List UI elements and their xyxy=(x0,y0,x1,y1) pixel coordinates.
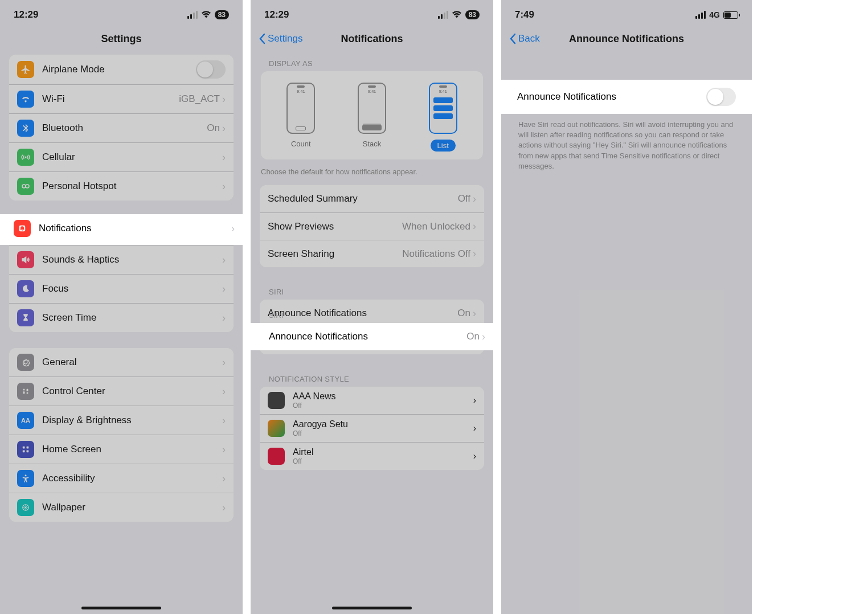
wifi-settings-icon xyxy=(17,91,34,108)
nav-bar: Settings Notifications xyxy=(251,26,493,51)
announce-toggle-highlight[interactable] xyxy=(706,88,736,106)
cellular-signal-icon xyxy=(438,11,448,19)
chevron-right-icon: › xyxy=(482,331,485,343)
chevron-right-icon: › xyxy=(473,193,476,205)
row-controlcenter[interactable]: Control Center › xyxy=(9,376,234,406)
group-display-settings: Scheduled SummaryOff› Show PreviewsWhen … xyxy=(260,185,484,267)
chevron-right-icon: › xyxy=(222,152,226,163)
notifications-icon xyxy=(14,220,31,237)
row-wifi[interactable]: Wi-Fi iGB_ACT › xyxy=(9,84,234,113)
svg-rect-10 xyxy=(27,451,29,453)
row-announce-highlight[interactable]: Announce Notifications On › xyxy=(251,323,493,350)
cellular-signal-icon xyxy=(187,11,198,19)
back-button[interactable]: Settings xyxy=(259,26,302,51)
app-row[interactable]: Aarogya SetuOff› xyxy=(260,414,484,442)
panel-settings: 12:29 83 Settings Airplane Mode Wi-Fi iG… xyxy=(0,0,251,614)
airplane-toggle[interactable] xyxy=(196,60,226,79)
row-screenshare[interactable]: Screen SharingNotifications Off› xyxy=(260,240,484,267)
chevron-right-icon: › xyxy=(222,415,226,427)
status-bar: 12:29 83 xyxy=(251,0,493,26)
chevron-right-icon: › xyxy=(473,451,476,461)
network-type: 4G xyxy=(709,10,720,19)
header-style: NOTIFICATION STYLE xyxy=(251,370,493,387)
chevron-right-icon: › xyxy=(222,502,226,514)
svg-rect-4 xyxy=(23,391,25,394)
status-time: 7:49 xyxy=(515,9,534,21)
status-bar: 7:49 4G xyxy=(501,0,752,26)
group-connectivity: Airplane Mode Wi-Fi iGB_ACT › Bluetooth … xyxy=(9,55,234,200)
chevron-right-icon: › xyxy=(473,248,476,260)
homescreen-icon xyxy=(17,441,34,458)
wifi-icon xyxy=(201,11,211,19)
screentime-icon xyxy=(17,309,34,326)
chevron-left-icon xyxy=(509,33,516,44)
back-button[interactable]: Back xyxy=(509,26,540,51)
chevron-right-icon: › xyxy=(222,283,226,295)
focus-icon xyxy=(17,280,34,297)
chevron-right-icon: › xyxy=(222,357,226,369)
status-bar: 12:29 83 xyxy=(0,0,243,26)
row-notifications-highlight[interactable]: Notifications › xyxy=(0,214,243,243)
app-icon xyxy=(268,448,285,465)
panel-announce: 7:49 4G Back Announce Notifications Anno… xyxy=(501,0,752,614)
row-general[interactable]: General › xyxy=(9,348,234,376)
group-general: General › Control Center › AA Display & … xyxy=(9,348,234,522)
row-hotspot[interactable]: Personal Hotspot › xyxy=(9,171,234,200)
svg-point-0 xyxy=(25,157,27,158)
gear-icon xyxy=(17,354,34,371)
app-icon xyxy=(268,420,285,437)
svg-point-1 xyxy=(22,185,26,188)
display-option-list[interactable]: 9:41List xyxy=(429,83,457,152)
wallpaper-icon xyxy=(17,499,34,516)
row-focus[interactable]: Focus › xyxy=(9,274,234,303)
display-icon: AA xyxy=(17,412,34,429)
row-sounds[interactable]: Sounds & Haptics › xyxy=(9,245,234,274)
svg-point-11 xyxy=(25,474,27,476)
chevron-right-icon: › xyxy=(222,444,226,456)
display-option-stack[interactable]: 9:41Stack xyxy=(358,83,386,152)
hotspot-icon xyxy=(17,178,34,195)
app-row[interactable]: AirtelOff› xyxy=(260,442,484,470)
bluetooth-icon xyxy=(17,120,34,137)
chevron-right-icon: › xyxy=(231,223,235,235)
chevron-right-icon: › xyxy=(222,93,226,105)
panel-notifications: 12:29 83 Settings Notifications DISPLAY … xyxy=(251,0,501,614)
row-wallpaper[interactable]: Wallpaper › xyxy=(9,493,234,522)
chevron-right-icon: › xyxy=(222,122,226,134)
row-homescreen[interactable]: Home Screen › xyxy=(9,435,234,464)
page-title: Settings xyxy=(101,33,141,45)
row-bluetooth[interactable]: Bluetooth On › xyxy=(9,113,234,142)
app-row[interactable]: AAA NewsOff› xyxy=(260,387,484,414)
cellular-signal-icon xyxy=(695,11,706,19)
nav-bar: Back Announce Notifications xyxy=(501,26,752,51)
row-cellular[interactable]: Cellular › xyxy=(9,142,234,171)
row-summary[interactable]: Scheduled SummaryOff› xyxy=(260,185,484,212)
display-option-count[interactable]: 9:41Count xyxy=(286,83,315,152)
chevron-right-icon: › xyxy=(222,312,226,324)
svg-point-3 xyxy=(23,389,25,391)
display-as-selector: 9:41Count 9:41Stack 9:41List xyxy=(261,71,483,159)
header-siri: SIRI xyxy=(251,283,493,300)
chevron-right-icon: › xyxy=(222,473,226,485)
accessibility-icon xyxy=(17,470,34,487)
chevron-right-icon: › xyxy=(222,254,226,266)
home-indicator[interactable] xyxy=(81,607,161,609)
svg-rect-5 xyxy=(27,389,28,392)
battery-level: 83 xyxy=(215,10,229,19)
app-icon xyxy=(268,392,285,409)
row-accessibility[interactable]: Accessibility › xyxy=(9,464,234,493)
row-previews[interactable]: Show PreviewsWhen Unlocked› xyxy=(260,212,484,240)
home-indicator[interactable] xyxy=(332,607,412,609)
header-siri-highlight: SIRI xyxy=(251,305,493,323)
highlight-announce: SIRI Announce Notifications On › xyxy=(251,305,493,350)
airplane-icon xyxy=(17,61,34,78)
row-airplane[interactable]: Airplane Mode xyxy=(9,55,234,84)
row-screentime[interactable]: Screen Time › xyxy=(9,303,234,332)
battery-level: 83 xyxy=(465,10,480,19)
svg-rect-8 xyxy=(27,447,29,449)
svg-rect-9 xyxy=(23,451,25,453)
row-display[interactable]: AA Display & Brightness › xyxy=(9,406,234,435)
row-label: Announce Notifications xyxy=(517,91,706,103)
chevron-left-icon xyxy=(259,33,265,44)
chevron-right-icon: › xyxy=(473,395,476,406)
